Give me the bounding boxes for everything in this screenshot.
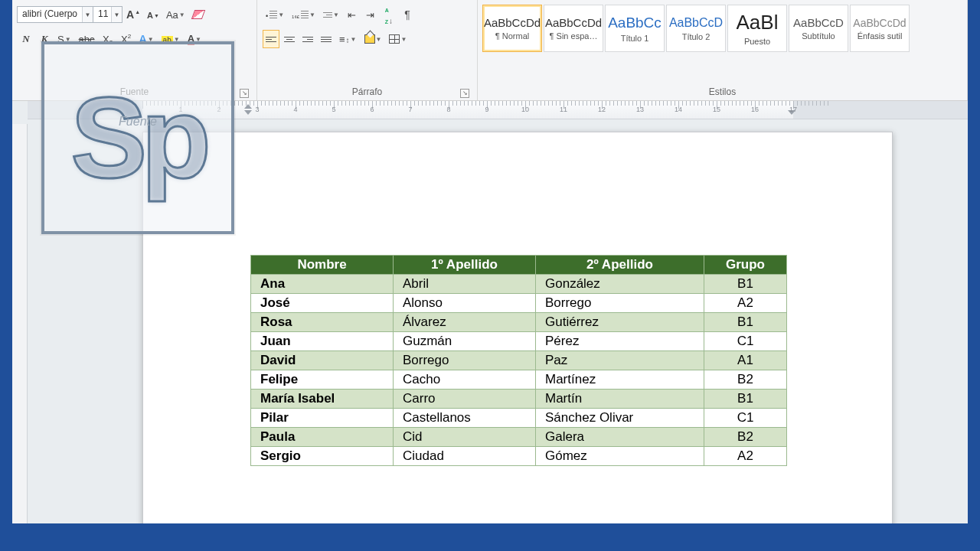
numbering-button[interactable]: ▼ [289, 5, 318, 24]
table-header[interactable]: 1º Apellido [394, 256, 536, 275]
bold-button[interactable]: N [18, 30, 34, 48]
table-cell[interactable]: C1 [704, 332, 787, 351]
table-cell[interactable]: Borrego [394, 351, 536, 370]
watermark-text: Sp [70, 72, 205, 204]
multilevel-list-button[interactable]: ▼ [320, 5, 342, 24]
table-row[interactable]: JoséAlonsoBorregoA2 [251, 294, 787, 313]
table-cell[interactable]: Pilar [251, 409, 394, 428]
ruler-number: 12 [598, 106, 606, 113]
change-case-button[interactable]: Aa▼ [163, 5, 188, 24]
table-cell[interactable]: González [536, 275, 704, 294]
style-tile-5[interactable]: AaBbCcDSubtítulo [789, 5, 848, 52]
table-cell[interactable]: Álvarez [394, 313, 536, 332]
table-cell[interactable]: B1 [704, 275, 787, 294]
table-cell[interactable]: A2 [704, 294, 787, 313]
table-cell[interactable]: Sánchez Olivar [536, 409, 704, 428]
table-cell[interactable]: Castellanos [394, 409, 536, 428]
font-name-combo[interactable]: alibri (Cuerpo ▼ [17, 6, 93, 23]
clear-formatting-button[interactable] [190, 5, 207, 24]
table-cell[interactable]: Rosa [251, 313, 394, 332]
chevron-down-icon[interactable]: ▼ [111, 7, 122, 22]
table-cell[interactable]: Ana [251, 275, 394, 294]
table-row[interactable]: FelipeCachoMartínezB2 [251, 370, 787, 390]
table-cell[interactable]: A2 [704, 447, 787, 466]
table-cell[interactable]: Ciudad [394, 447, 536, 466]
style-tile-2[interactable]: AaBbCcTítulo 1 [605, 5, 665, 52]
chevron-down-icon[interactable]: ▼ [82, 7, 93, 22]
style-tile-6[interactable]: AaBbCcDdÉnfasis sutil [850, 5, 910, 52]
table-cell[interactable]: Paula [251, 428, 394, 447]
vertical-ruler[interactable] [12, 124, 28, 523]
table-cell[interactable]: Galera [536, 428, 704, 447]
ruler-number: 11 [560, 106, 567, 113]
decrease-font-button[interactable] [144, 5, 162, 24]
table-cell[interactable]: Gómez [536, 447, 704, 466]
table-row[interactable]: DavidBorregoPazA1 [251, 351, 787, 370]
increase-indent-button[interactable] [362, 5, 379, 24]
table-cell[interactable]: Carro [394, 390, 536, 409]
show-marks-button[interactable] [399, 5, 416, 24]
table-cell[interactable]: Cacho [394, 370, 536, 390]
dialog-launcher-font[interactable]: ↘ [240, 89, 249, 98]
table-cell[interactable]: Martínez [536, 370, 704, 390]
align-left-icon [266, 37, 276, 42]
table-header[interactable]: Nombre [251, 256, 394, 275]
style-tile-1[interactable]: AaBbCcDd¶ Sin espa… [544, 5, 603, 52]
table-cell[interactable]: C1 [704, 409, 787, 428]
table-cell[interactable]: Juan [251, 332, 394, 351]
table-cell[interactable]: Abril [394, 275, 536, 294]
table-row[interactable]: PaulaCidGaleraB2 [251, 428, 787, 447]
shading-button[interactable]: ▼ [361, 30, 385, 48]
style-tile-4[interactable]: AaBlPuesto [727, 5, 787, 52]
table-cell[interactable]: Cid [394, 428, 536, 447]
align-center-button[interactable] [281, 30, 298, 48]
table-cell[interactable]: Gutiérrez [536, 313, 704, 332]
table-cell[interactable]: Martín [536, 390, 704, 409]
style-tile-3[interactable]: AaBbCcDTítulo 2 [666, 5, 726, 52]
table-header[interactable]: 2º Apellido [536, 256, 704, 275]
table-cell[interactable]: José [251, 294, 394, 313]
style-preview: AaBbCcDd [484, 16, 541, 29]
align-right-button[interactable] [299, 30, 316, 48]
table-cell[interactable]: B2 [704, 370, 787, 390]
table-row[interactable]: JuanGuzmánPérezC1 [251, 332, 787, 351]
table-cell[interactable]: B2 [704, 428, 787, 447]
table-cell[interactable]: Sergio [251, 447, 394, 466]
line-spacing-button[interactable]: ▼ [336, 30, 360, 48]
table-cell[interactable]: Felipe [251, 370, 394, 390]
table-row[interactable]: RosaÁlvarezGutiérrezB1 [251, 313, 787, 332]
align-left-button[interactable] [263, 30, 279, 48]
table-row[interactable]: SergioCiudadGómezA2 [251, 447, 787, 466]
table-cell[interactable]: David [251, 351, 394, 370]
table-cell[interactable]: Guzmán [394, 332, 536, 351]
borders-button[interactable]: ▼ [386, 30, 410, 48]
increase-font-button[interactable] [123, 5, 142, 24]
style-caption: ¶ Sin espa… [550, 31, 598, 41]
bullets-button[interactable]: ▼ [263, 5, 287, 24]
table-cell[interactable]: Pérez [536, 332, 704, 351]
table-row[interactable]: María IsabelCarroMartínB1 [251, 390, 787, 409]
table-cell[interactable]: María Isabel [251, 390, 394, 409]
decrease-indent-button[interactable] [344, 5, 361, 24]
table-cell[interactable]: A1 [704, 351, 787, 370]
sort-button[interactable] [381, 5, 397, 24]
style-caption: Subtítulo [802, 31, 835, 41]
table-cell[interactable]: B1 [704, 313, 787, 332]
dialog-launcher-paragraph[interactable]: ↘ [460, 89, 469, 98]
justify-button[interactable] [318, 30, 335, 48]
table-cell[interactable]: Alonso [394, 294, 536, 313]
table-cell[interactable]: B1 [704, 390, 787, 409]
table-row[interactable]: PilarCastellanosSánchez OlivarC1 [251, 409, 787, 428]
table-row[interactable]: AnaAbrilGonzálezB1 [251, 275, 787, 294]
style-tile-0[interactable]: AaBbCcDd¶ Normal [482, 5, 542, 52]
sort-icon [385, 3, 393, 26]
font-size-value: 11 [98, 8, 108, 19]
hanging-indent-marker[interactable] [244, 110, 252, 115]
eraser-icon [191, 10, 205, 19]
table-cell[interactable]: Borrego [536, 294, 704, 313]
style-preview: AaBbCc [608, 15, 662, 31]
ruler-number: 16 [751, 106, 759, 113]
table-header[interactable]: Grupo [704, 256, 787, 275]
font-size-combo[interactable]: 11 ▼ [93, 6, 122, 23]
table-cell[interactable]: Paz [536, 351, 704, 370]
